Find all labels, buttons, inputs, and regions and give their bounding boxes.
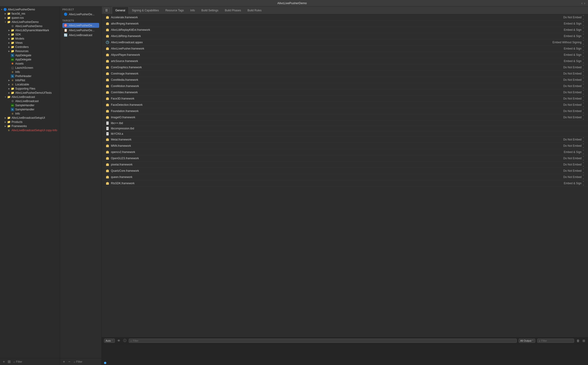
filter-icon[interactable]: ⊞ (7, 359, 12, 364)
tab-build-settings[interactable]: Build Settings (198, 7, 221, 14)
tab-resource-tags[interactable]: Resource Tags (162, 7, 187, 14)
sidebar-item-broadcast-info[interactable]: ≡Info (0, 112, 60, 116)
tree-arrow-products[interactable]: ▶ (4, 121, 7, 123)
sidebar-item-appdelegate-m[interactable]: mAppDelegate (0, 57, 60, 62)
tab-general[interactable]: General (112, 7, 129, 14)
sidebar-item-watermark[interactable]: ▶📁AlivcLibDynamicWaterMark (0, 28, 60, 32)
table-row[interactable]: artcSource.framework Embed & Sign ⌃⌄ (102, 58, 588, 64)
add-target-button[interactable]: + (62, 360, 66, 364)
embed-value[interactable]: Do Not Embed ⌃⌄ (563, 168, 584, 173)
table-row[interactable]: pixelai.framework Do Not Embed ⌃⌄ (102, 161, 588, 168)
table-row[interactable]: QuartzCore.framework Do Not Embed ⌃⌄ (102, 168, 588, 174)
embed-stepper[interactable]: ⌃⌄ (582, 90, 584, 95)
tree-arrow-group-demo[interactable]: ▾ (4, 21, 7, 23)
bottom-filter-input[interactable]: ⌕ (129, 339, 517, 343)
sidebar-item-group-broadcast[interactable]: ▾📁AlivcLiveBroadcast (0, 95, 60, 99)
sidebar-item-info[interactable]: ≡Info (0, 70, 60, 74)
tree-arrow-broadcastsetupui[interactable]: ▶ (4, 117, 7, 119)
embed-stepper[interactable]: ⌃⌄ (582, 156, 584, 161)
embed-stepper[interactable]: ⌃⌄ (582, 77, 584, 82)
table-row[interactable]: CoreImage.framework Do Not Embed ⌃⌄ (102, 70, 588, 77)
table-row[interactable]: alivcffmpeg.framework Embed & Sign ⌃⌄ (102, 21, 588, 27)
embed-stepper[interactable]: ⌃⌄ (582, 109, 584, 114)
tab-signing[interactable]: Signing & Capabilities (129, 7, 162, 14)
embed-value[interactable]: Do Not Embed ⌃⌄ (563, 90, 584, 95)
tree-arrow-views[interactable]: ▶ (7, 42, 11, 44)
sidebar-item-copyinfo[interactable]: ≡AlivcLiveBroadcastSetupUI copy-Info (0, 128, 60, 132)
tree-arrow-uitests[interactable]: ▶ (7, 92, 11, 94)
trash-button[interactable]: 🗑 (576, 339, 580, 343)
embed-stepper[interactable]: ⌃⌄ (582, 59, 584, 64)
table-row[interactable]: AlivcLibRtmp.framework Embed & Sign ⌃⌄ (102, 33, 588, 39)
table-row[interactable]: OpenGLES.framework Do Not Embed ⌃⌄ (102, 155, 588, 161)
sidebar-item-assets[interactable]: ✱Assets (0, 62, 60, 66)
tree-arrow-infoplist[interactable]: ▶ (7, 79, 11, 81)
table-row[interactable]: libc++.tbd (102, 121, 588, 126)
sidebar-item-controllers[interactable]: ▶📁Controllers (0, 45, 60, 49)
embed-value[interactable]: Do Not Embed ⌃⌄ (563, 71, 584, 76)
sidebar-item-launchscreen[interactable]: ◱LaunchScreen (0, 66, 60, 70)
embed-value[interactable]: Embed & Sign ⌃⌄ (564, 46, 584, 51)
embed-value[interactable]: Do Not Embed ⌃⌄ (563, 96, 584, 101)
info-button[interactable]: ⓘ (123, 339, 127, 343)
embed-stepper[interactable]: ⌃⌄ (582, 137, 584, 142)
all-output-select[interactable]: All Output ⌃ (519, 339, 535, 343)
table-row[interactable]: MNN.framework Do Not Embed ⌃⌄ (102, 143, 588, 149)
embed-value[interactable]: Do Not Embed ⌃⌄ (563, 15, 584, 20)
nav-item-tgt-pusher[interactable]: 📋AlivcLivePusherDe... (62, 28, 99, 33)
embed-value[interactable]: Do Not Embed ⌃⌄ (563, 109, 584, 114)
embed-value[interactable]: Do Not Embed ⌃⌄ (563, 102, 584, 107)
table-row[interactable]: RtsSDK.framework Embed & Sign ⌃⌄ (102, 180, 588, 187)
tab-info[interactable]: Info (187, 7, 198, 14)
sidebar-item-samplehandler-m[interactable]: mSampleHandler (0, 103, 60, 107)
sidebar-item-infoplist[interactable]: ▶≡InfoPlist (0, 78, 60, 82)
embed-value[interactable]: Embed & Sign ⌃⌄ (564, 34, 584, 39)
embed-stepper[interactable]: ⌃⌄ (582, 40, 584, 45)
nav-item-tgt-demo[interactable]: 🎯AlivcLivePusherDe... (62, 23, 99, 28)
tree-arrow-supporting[interactable]: ▶ (7, 87, 11, 90)
embed-stepper[interactable]: ⌃⌄ (582, 162, 584, 167)
tab-build-phases[interactable]: Build Phases (222, 7, 244, 14)
table-row[interactable]: CoreMotion.framework Do Not Embed ⌃⌄ (102, 83, 588, 89)
embed-value[interactable]: Embed & Sign ⌃⌄ (564, 21, 584, 26)
sidebar-item-broadcast-target[interactable]: ⚙AlivcLiveBroadcast (0, 99, 60, 103)
embed-stepper[interactable]: ⌃⌄ (582, 52, 584, 57)
embed-stepper[interactable]: ⌃⌄ (582, 65, 584, 70)
sidebar-item-products[interactable]: ▶📁Products (0, 120, 60, 124)
table-row[interactable]: Accelerate.framework Do Not Embed ⌃⌄ (102, 14, 588, 21)
table-row[interactable]: libcompression.tbd (102, 126, 588, 131)
embed-stepper[interactable]: ⌃⌄ (582, 27, 584, 32)
bottom-filter2-input[interactable]: ⌕ (537, 339, 574, 343)
tree-arrow-controllers[interactable]: ▶ (7, 46, 11, 48)
sidebar-item-frameworks[interactable]: ▶📁Frameworks (0, 124, 60, 128)
tree-arrow-face3d[interactable]: ▶ (4, 13, 7, 15)
embed-stepper[interactable]: ⌃⌄ (582, 175, 584, 180)
embed-value[interactable]: Embed Without Signing ⌃⌄ (553, 40, 584, 45)
bottom-filter2-field[interactable] (541, 339, 573, 342)
embed-stepper[interactable]: ⌃⌄ (582, 34, 584, 39)
sidebar-item-root[interactable]: ▾🔵AlivcLivePusherDemo (0, 7, 60, 12)
eye-button[interactable]: 👁 (117, 339, 121, 343)
sidebar-item-group-demo[interactable]: ▾📁AlivcLivePusherDemo (0, 20, 60, 24)
tree-arrow-watermark[interactable]: ▶ (7, 29, 11, 31)
table-row[interactable]: opencv2.framework Embed & Sign ⌃⌄ (102, 149, 588, 155)
tree-arrow-frameworks[interactable]: ▶ (4, 125, 7, 127)
embed-stepper[interactable]: ⌃⌄ (582, 181, 584, 186)
embed-value[interactable]: Embed & Sign ⌃⌄ (564, 59, 584, 64)
sidebar-item-prefixheader[interactable]: hPrefixHeader (0, 74, 60, 78)
embed-value[interactable]: Do Not Embed ⌃⌄ (563, 115, 584, 120)
table-row[interactable]: CoreGraphics.framework Do Not Embed ⌃⌄ (102, 64, 588, 70)
tree-arrow-resources[interactable]: ▶ (7, 50, 11, 52)
table-row[interactable]: ImageIO.framework Do Not Embed ⌃⌄ (102, 114, 588, 121)
sidebar-item-appdelegate-h[interactable]: hAppDelegate (0, 53, 60, 57)
embed-value[interactable]: Do Not Embed ⌃⌄ (563, 77, 584, 82)
sidebar-item-localizable[interactable]: ▶≡Localizable (0, 82, 60, 87)
embed-stepper[interactable]: ⌃⌄ (582, 96, 584, 101)
embed-value[interactable]: Do Not Embed ⌃⌄ (563, 175, 584, 180)
table-row[interactable]: CoreVideo.framework Do Not Embed ⌃⌄ (102, 89, 588, 96)
embed-value[interactable]: Do Not Embed ⌃⌄ (563, 162, 584, 167)
tree-arrow-localizable[interactable]: ▶ (7, 83, 11, 86)
embed-value[interactable]: Do Not Embed ⌃⌄ (563, 156, 584, 161)
table-row[interactable]: FaceDetection.framework Do Not Embed ⌃⌄ (102, 102, 588, 108)
sidebar-item-target-demo[interactable]: ⚙AlivcLivePusherDemo (0, 24, 60, 28)
